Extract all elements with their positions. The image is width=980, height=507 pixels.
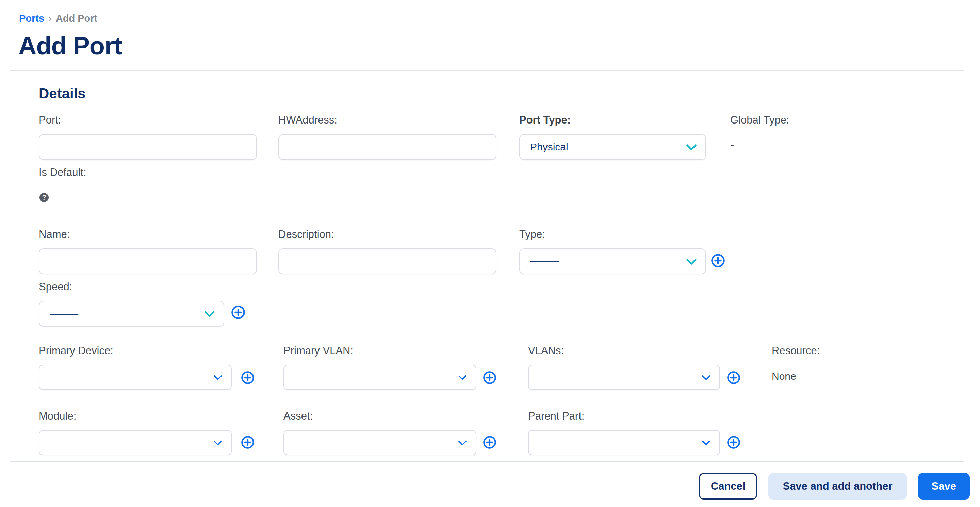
add-primary-vlan-button[interactable]: [482, 370, 498, 385]
breadcrumb-current: Add Port: [56, 13, 97, 24]
footer-divider: [10, 461, 964, 462]
add-asset-button[interactable]: [482, 435, 498, 450]
asset-label: Asset:: [283, 410, 313, 422]
asset-select[interactable]: [283, 430, 476, 455]
speed-select[interactable]: ———: [39, 301, 224, 327]
port-type-label: Port Type:: [519, 114, 571, 126]
type-value: ———: [530, 256, 558, 267]
vlans-select[interactable]: [528, 365, 720, 390]
speed-value: ———: [50, 308, 77, 319]
section-title: Details: [39, 86, 86, 102]
speed-label: Speed:: [39, 281, 72, 292]
hwaddress-input[interactable]: [278, 134, 496, 160]
hwaddress-label: HWAddress:: [278, 114, 337, 126]
details-panel: Details Port: HWAddress: Port Type: Phys…: [21, 79, 955, 456]
module-select[interactable]: [39, 430, 232, 455]
section-divider: [39, 331, 951, 331]
plus-circle-icon: [482, 370, 497, 385]
plus-circle-icon: [482, 435, 497, 450]
chevron-down-icon: [703, 443, 709, 449]
breadcrumb-link-ports[interactable]: Ports: [19, 13, 44, 24]
save-button[interactable]: Save: [918, 473, 970, 499]
chevron-down-icon: [460, 377, 466, 383]
resource-value: None: [772, 370, 796, 382]
name-label: Name:: [39, 229, 70, 240]
port-type-value: Physical: [530, 141, 568, 153]
add-module-button[interactable]: [240, 435, 256, 450]
cancel-button[interactable]: Cancel: [699, 473, 757, 499]
chevron-down-icon: [215, 443, 221, 449]
port-input[interactable]: [39, 134, 257, 160]
page-title: Add Port: [18, 31, 122, 60]
add-parent-part-button[interactable]: [727, 435, 741, 450]
section-divider: [39, 214, 951, 215]
parent-part-select[interactable]: [528, 430, 720, 455]
header-divider: [10, 70, 964, 71]
vlans-label: VLANs:: [528, 345, 564, 357]
add-primary-device-button[interactable]: [240, 370, 256, 385]
chevron-down-icon: [460, 443, 466, 449]
type-label: Type:: [519, 229, 545, 240]
chevron-down-icon: [688, 147, 695, 154]
description-input[interactable]: [278, 248, 496, 274]
chevron-down-icon: [703, 377, 709, 383]
plus-circle-icon: [711, 253, 725, 268]
chevron-down-icon: [206, 314, 213, 321]
plus-circle-icon: [240, 435, 255, 450]
chevron-down-icon: [215, 377, 221, 383]
port-label: Port:: [39, 114, 61, 126]
is-default-label: Is Default:: [39, 167, 86, 178]
port-type-select[interactable]: Physical: [519, 134, 706, 160]
plus-circle-icon: [231, 305, 246, 320]
chevron-down-icon: [688, 261, 695, 269]
plus-circle-icon: [240, 370, 255, 385]
global-type-value: -: [730, 138, 734, 151]
primary-device-select[interactable]: [39, 365, 232, 390]
add-vlan-button[interactable]: [727, 370, 741, 385]
global-type-label: Global Type:: [730, 114, 789, 126]
name-input[interactable]: [39, 248, 257, 274]
type-select[interactable]: ———: [519, 248, 706, 274]
add-type-button[interactable]: [711, 253, 725, 268]
footer-actions: Cancel Save and add another Save: [699, 473, 970, 499]
module-label: Module:: [39, 410, 76, 422]
plus-circle-icon: [727, 370, 741, 385]
save-and-add-another-button[interactable]: Save and add another: [768, 473, 907, 499]
add-speed-button[interactable]: [231, 305, 246, 320]
resource-label: Resource:: [772, 345, 820, 357]
parent-part-label: Parent Part:: [528, 410, 584, 422]
primary-device-label: Primary Device:: [39, 345, 113, 357]
primary-vlan-label: Primary VLAN:: [283, 345, 353, 357]
help-icon[interactable]: ?: [40, 193, 49, 202]
breadcrumb-separator: ›: [48, 13, 52, 24]
section-divider: [39, 397, 951, 397]
description-label: Description:: [278, 229, 334, 240]
breadcrumb: Ports › Add Port: [19, 13, 97, 24]
plus-circle-icon: [727, 435, 741, 450]
primary-vlan-select[interactable]: [283, 365, 476, 390]
